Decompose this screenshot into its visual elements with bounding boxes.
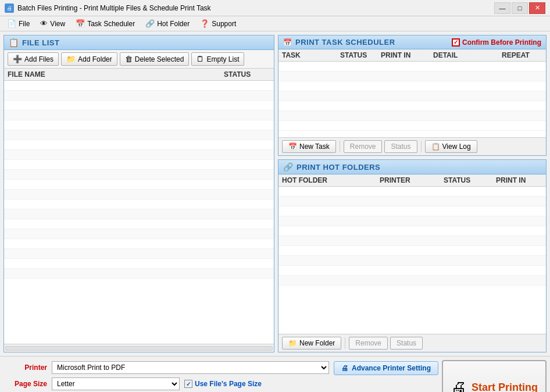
scheduler-row	[278, 72, 546, 81]
scheduler-row	[278, 111, 546, 121]
scheduler-title: PRINT TASK SCHEDULER	[295, 38, 395, 47]
confirm-label: Confirm Before Printing	[462, 38, 541, 47]
file-list-panel: 📋 FILE LIST ➕ Add Files 📁 Add Folder 🗑 D…	[3, 35, 274, 352]
remove-folder-label: Remove	[355, 339, 381, 347]
menu-file[interactable]: 📄 File	[2, 17, 34, 30]
minimize-button[interactable]: —	[494, 2, 510, 14]
file-list-scrollbar[interactable]	[4, 344, 274, 352]
detail-column-header: DETAIL	[433, 51, 502, 59]
scheduler-header-left: 📅 PRINT TASK SCHEDULER	[283, 38, 395, 47]
hot-folder-row	[278, 246, 546, 256]
menu-bar: 📄 File 👁 View 📅 Task Scheduler 🔗 Hot Fol…	[0, 16, 550, 31]
file-list-toolbar: ➕ Add Files 📁 Add Folder 🗑 Delete Select…	[4, 50, 274, 69]
main-content: 📋 FILE LIST ➕ Add Files 📁 Add Folder 🗑 D…	[0, 31, 550, 356]
new-task-label: New Task	[299, 142, 330, 151]
hot-folders-icon: 🔗	[283, 162, 293, 172]
window-controls: — □ ✕	[494, 2, 545, 14]
printer-label: Printer	[3, 364, 47, 372]
file-list-row	[4, 130, 274, 140]
file-list-row	[4, 170, 274, 180]
delete-selected-button[interactable]: 🗑 Delete Selected	[120, 52, 190, 66]
menu-file-label: File	[19, 20, 30, 28]
task-column-header: TASK	[282, 51, 340, 59]
page-size-label: Page Size	[3, 380, 47, 388]
printer-select[interactable]: Microsoft Print to PDF	[52, 361, 329, 374]
scheduler-content[interactable]	[278, 62, 546, 137]
file-list-row	[4, 81, 274, 91]
close-button[interactable]: ✕	[529, 2, 545, 14]
hot-folders-toolbar: 📁 New Folder Remove Status	[278, 334, 546, 352]
scheduler-panel: 📅 PRINT TASK SCHEDULER ✓ Confirm Before …	[278, 35, 547, 156]
new-folder-button[interactable]: 📁 New Folder	[282, 337, 341, 350]
file-list-row	[4, 209, 274, 219]
page-size-select[interactable]: Letter	[52, 377, 180, 390]
status-folder-button[interactable]: Status	[390, 337, 423, 350]
status-task-button[interactable]: Status	[384, 140, 417, 153]
remove-task-button[interactable]: Remove	[344, 140, 383, 153]
remove-folder-button[interactable]: Remove	[349, 337, 388, 350]
empty-list-button[interactable]: 🗒 Empty List	[191, 52, 244, 66]
title-bar-left: 🖨 Batch Files Printing - Print Multiple …	[5, 3, 211, 13]
hot-folder-row	[278, 236, 546, 246]
file-list-row	[4, 199, 274, 209]
file-list-row	[4, 120, 274, 130]
add-folder-button[interactable]: 📁 Add Folder	[61, 52, 117, 66]
page-size-row: Page Size Letter ✓ Use File's Page Size	[3, 377, 438, 390]
view-log-icon: 📋	[431, 142, 440, 151]
confirm-checkbox-icon: ✓	[452, 38, 460, 47]
start-printing-label: Start Printing	[472, 382, 538, 392]
view-menu-icon: 👁	[40, 19, 48, 28]
file-list-header: 📋 FILE LIST	[4, 35, 274, 50]
menu-view[interactable]: 👁 View	[35, 17, 70, 30]
scheduler-row	[278, 121, 546, 131]
advance-btn-label: Advance Printer Setting	[352, 364, 431, 372]
hot-folders-header: 🔗 PRINT HOT FOLDERS	[278, 160, 546, 174]
hot-folder-row	[278, 216, 546, 226]
right-panel: 📅 PRINT TASK SCHEDULER ✓ Confirm Before …	[278, 35, 547, 352]
filename-column-header: FILE NAME	[8, 70, 224, 79]
scheduler-row	[278, 62, 546, 72]
start-printing-button[interactable]: 🖨 Start Printing	[442, 360, 547, 392]
sched-status-column-header: STATUS	[340, 51, 381, 59]
view-log-button[interactable]: 📋 View Log	[425, 140, 477, 153]
view-log-label: View Log	[442, 142, 471, 151]
add-files-button[interactable]: ➕ Add Files	[8, 52, 59, 66]
app-icon: 🖨	[5, 3, 14, 13]
maximize-button[interactable]: □	[512, 2, 528, 14]
file-list-row	[4, 239, 274, 249]
new-folder-icon: 📁	[288, 339, 297, 347]
hot-folders-content[interactable]	[278, 187, 546, 334]
advance-btn-icon: 🖨	[341, 364, 348, 372]
scheduler-column-headers: TASK STATUS PRINT IN DETAIL REPEAT	[278, 49, 546, 62]
menu-task-scheduler[interactable]: 📅 Task Scheduler	[71, 17, 140, 30]
scrollbar-track[interactable]	[5, 346, 273, 351]
scheduler-row	[278, 101, 546, 111]
title-bar: 🖨 Batch Files Printing - Print Multiple …	[0, 0, 550, 16]
new-task-button[interactable]: 📅 New Task	[282, 140, 336, 153]
use-file-page-size-checkbox[interactable]: ✓ Use File's Page Size	[184, 380, 262, 388]
menu-hot-folder[interactable]: 🔗 Hot Folder	[141, 17, 194, 30]
advance-printer-setting-button[interactable]: 🖨 Advance Printer Setting	[334, 361, 438, 375]
hot-folder-column-header: HOT FOLDER	[282, 176, 380, 184]
menu-hot-folder-label: Hot Folder	[157, 20, 190, 28]
menu-support[interactable]: ❓ Support	[195, 17, 241, 30]
support-menu-icon: ❓	[200, 19, 209, 28]
confirm-before-printing[interactable]: ✓ Confirm Before Printing	[452, 38, 541, 47]
file-list-row	[4, 229, 274, 239]
file-list-content[interactable]	[4, 81, 274, 344]
file-list-row	[4, 190, 274, 199]
settings-left: Printer Microsoft Print to PDF 🖨 Advance…	[3, 360, 438, 392]
repeat-column-header: REPEAT	[502, 51, 542, 59]
file-list-row	[4, 101, 274, 111]
file-list-row	[4, 259, 274, 269]
file-list-row	[4, 150, 274, 160]
file-list-title: FILE LIST	[22, 38, 59, 47]
window-title: Batch Files Printing - Print Multiple Fi…	[17, 4, 211, 12]
file-list-row	[4, 219, 274, 229]
scheduler-icon: 📅	[283, 38, 292, 47]
scheduler-row	[278, 91, 546, 101]
file-list-row	[4, 160, 274, 170]
start-printing-icon: 🖨	[451, 378, 467, 392]
hot-folder-row	[278, 226, 546, 236]
file-list-row	[4, 180, 274, 190]
